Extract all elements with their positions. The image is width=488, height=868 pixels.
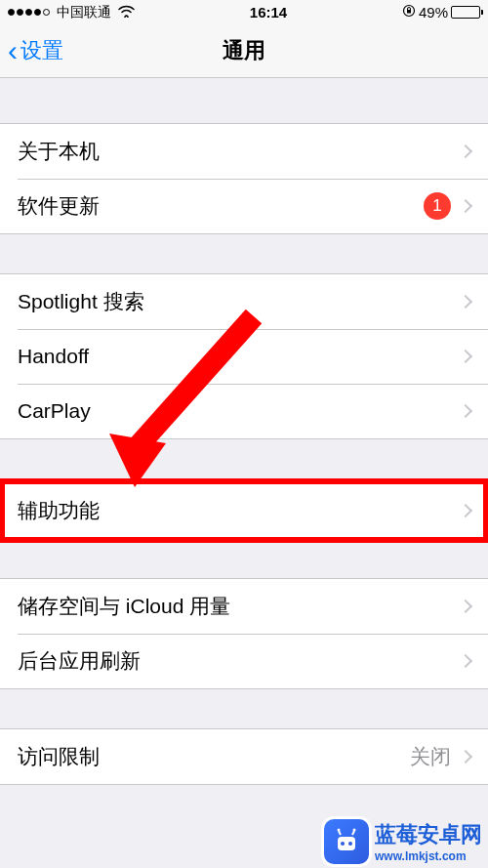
chevron-right-icon: [459, 504, 472, 517]
settings-group: 储存空间与 iCloud 用量后台应用刷新: [0, 578, 488, 689]
chevron-left-icon: ‹: [8, 36, 18, 65]
row-label: 辅助功能: [18, 497, 461, 524]
row-accessory: [461, 406, 470, 416]
wifi-icon: [118, 4, 135, 21]
row-accessory: [461, 601, 470, 611]
svg-point-9: [338, 829, 341, 832]
watermark: 蓝莓安卓网 www.lmkjst.com: [324, 819, 482, 864]
settings-group: Spotlight 搜索HandoffCarPlay: [0, 273, 488, 439]
watermark-text-wrap: 蓝莓安卓网 www.lmkjst.com: [375, 820, 482, 863]
row-accessory: [461, 297, 470, 307]
chevron-right-icon: [459, 350, 472, 363]
row-label: 后台应用刷新: [18, 647, 461, 675]
page-title: 通用: [223, 36, 265, 65]
row-label: CarPlay: [18, 399, 461, 423]
svg-line-8: [352, 831, 354, 835]
row-accessory: [461, 146, 470, 156]
watermark-logo-icon: [324, 819, 369, 864]
settings-group: 辅助功能: [0, 482, 488, 539]
row-label: 访问限制: [18, 743, 410, 770]
row-label: 储存空间与 iCloud 用量: [18, 593, 461, 620]
row-accessory: 关闭: [410, 743, 470, 770]
row-label: Handoff: [18, 345, 461, 368]
svg-point-10: [353, 829, 356, 832]
chevron-right-icon: [459, 145, 472, 158]
svg-rect-4: [338, 837, 355, 850]
settings-row[interactable]: 软件更新1: [0, 179, 488, 233]
settings-group: 关于本机软件更新1: [0, 123, 488, 234]
row-accessory: [461, 351, 470, 361]
signal-icon: [8, 9, 50, 16]
settings-row[interactable]: CarPlay: [0, 384, 488, 438]
status-time: 16:14: [250, 4, 287, 21]
chevron-right-icon: [459, 404, 472, 418]
svg-line-7: [339, 831, 341, 835]
row-label: 关于本机: [18, 138, 461, 165]
status-right: 49%: [402, 4, 480, 21]
row-accessory: [461, 506, 470, 516]
svg-point-6: [348, 842, 352, 846]
svg-point-5: [341, 842, 345, 846]
content-scroll[interactable]: 关于本机软件更新1Spotlight 搜索HandoffCarPlay辅助功能储…: [0, 78, 488, 785]
row-value: 关闭: [410, 743, 451, 770]
back-label: 设置: [20, 36, 63, 65]
status-bar: 中国联通 16:14 49%: [0, 0, 488, 24]
svg-rect-1: [407, 10, 411, 14]
settings-row[interactable]: 辅助功能: [0, 483, 488, 538]
chevron-right-icon: [459, 199, 472, 213]
settings-group: 访问限制关闭: [0, 728, 488, 785]
row-label: Spotlight 搜索: [18, 288, 461, 315]
row-accessory: 1: [424, 192, 470, 220]
watermark-site-name: 蓝莓安卓网: [375, 820, 482, 849]
carrier-label: 中国联通: [57, 4, 111, 21]
chevron-right-icon: [459, 295, 472, 309]
settings-row[interactable]: Spotlight 搜索: [0, 274, 488, 329]
chevron-right-icon: [459, 750, 472, 764]
battery-percent: 49%: [419, 4, 448, 21]
settings-row[interactable]: Handoff: [0, 329, 488, 384]
status-left: 中国联通: [8, 4, 135, 21]
notification-badge: 1: [424, 192, 451, 220]
row-accessory: [461, 656, 470, 666]
chevron-right-icon: [459, 599, 472, 613]
chevron-right-icon: [459, 654, 472, 668]
watermark-site-url: www.lmkjst.com: [375, 849, 482, 863]
nav-bar: ‹ 设置 通用: [0, 24, 488, 78]
row-label: 软件更新: [18, 192, 424, 220]
orientation-lock-icon: [402, 4, 416, 21]
back-button[interactable]: ‹ 设置: [8, 36, 63, 65]
battery-icon: [451, 6, 480, 19]
settings-row[interactable]: 后台应用刷新: [0, 634, 488, 688]
settings-row[interactable]: 储存空间与 iCloud 用量: [0, 579, 488, 634]
settings-row[interactable]: 关于本机: [0, 124, 488, 179]
settings-row[interactable]: 访问限制关闭: [0, 729, 488, 784]
